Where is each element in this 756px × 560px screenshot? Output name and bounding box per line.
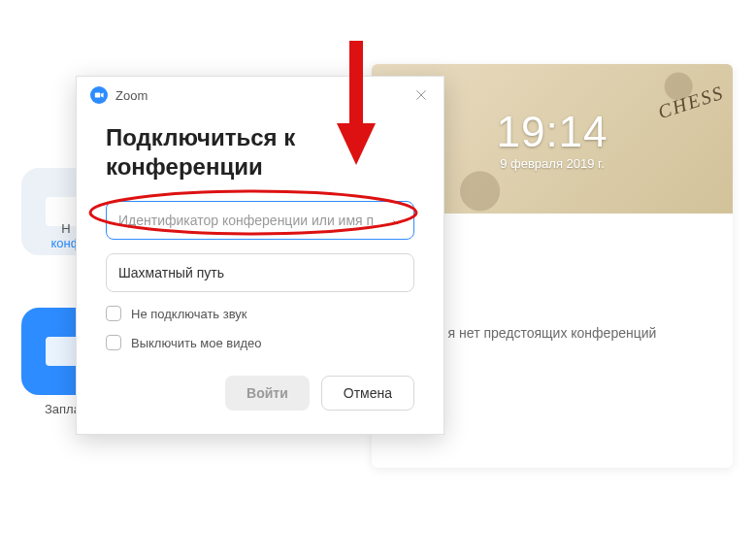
annotation-arrow [337,41,376,171]
hero-decor-text: CHESS [655,82,727,124]
dialog-titlebar: Zoom [77,77,444,114]
svg-rect-2 [349,41,363,128]
join-meeting-dialog: Zoom Подключиться к конференции Идентифи… [76,76,444,435]
join-button[interactable]: Войти [225,376,310,411]
svg-rect-0 [95,93,100,98]
checkbox-icon [106,306,121,321]
checkbox-label: Выключить мое видео [131,336,262,350]
close-icon [414,88,428,102]
no-video-checkbox[interactable]: Выключить мое видео [106,335,414,350]
checkbox-icon [106,335,121,350]
clock-date: 9 февраля 2019 г. [500,156,605,171]
close-button[interactable] [412,86,430,104]
clock-time: 19:14 [496,108,608,156]
chevron-down-icon[interactable] [391,214,403,232]
zoom-logo-icon [90,86,108,104]
meeting-id-input[interactable]: Идентификатор конференции или имя п [106,201,414,240]
checkbox-label: Не подключать звук [131,307,247,321]
no-audio-checkbox[interactable]: Не подключать звук [106,306,414,321]
cancel-button[interactable]: Отмена [321,376,414,411]
display-name-input[interactable] [106,253,414,292]
